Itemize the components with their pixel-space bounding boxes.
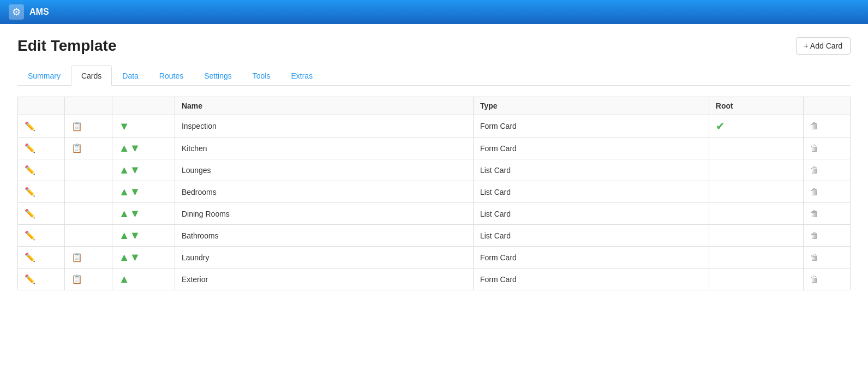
col-header-edit (18, 97, 65, 115)
root-check-icon: ✔ (716, 120, 725, 132)
delete-icon[interactable]: 🗑 (810, 121, 819, 130)
move-down-icon[interactable]: ▼ (130, 207, 141, 220)
edit-icon[interactable]: ✏️ (25, 274, 35, 284)
row-name: Dining Rooms (175, 203, 473, 225)
move-down-icon[interactable]: ▼ (130, 251, 141, 264)
col-header-move (112, 97, 175, 115)
delete-icon[interactable]: 🗑 (810, 274, 819, 284)
move-up-icon[interactable]: ▲ (119, 142, 130, 154)
move-down-icon[interactable]: ▼ (130, 186, 141, 198)
delete-icon[interactable]: 🗑 (810, 187, 819, 196)
row-root (709, 138, 803, 159)
copy-icon[interactable]: 📋 (71, 274, 82, 284)
row-root (709, 159, 803, 181)
move-up-icon[interactable]: ▲ (119, 229, 130, 242)
row-type: List Card (473, 159, 709, 181)
edit-icon[interactable]: ✏️ (25, 165, 35, 175)
table-row: ✏️▲▼LoungesList Card🗑 (18, 159, 851, 181)
table-row: ✏️📋▲▼KitchenForm Card🗑 (18, 138, 851, 159)
row-root: ✔ (709, 115, 803, 138)
table-row: ✏️▲▼BedroomsList Card🗑 (18, 181, 851, 203)
edit-icon[interactable]: ✏️ (25, 209, 35, 218)
table-row: ✏️▲▼BathroomsList Card🗑 (18, 225, 851, 247)
table-row: ✏️▲▼Dining RoomsList Card🗑 (18, 203, 851, 225)
move-down-icon[interactable]: ▼ (130, 229, 141, 242)
row-root (709, 181, 803, 203)
tab-settings[interactable]: Settings (194, 65, 242, 86)
row-name: Lounges (175, 159, 473, 181)
delete-icon[interactable]: 🗑 (810, 209, 819, 218)
row-root (709, 225, 803, 247)
main-content: Edit Template + Add Card Summary Cards D… (0, 24, 868, 376)
row-name: Inspection (175, 115, 473, 138)
delete-icon[interactable]: 🗑 (810, 253, 819, 262)
row-name: Laundry (175, 247, 473, 268)
copy-icon[interactable]: 📋 (71, 253, 82, 262)
table-row: ✏️📋▲▼LaundryForm Card🗑 (18, 247, 851, 268)
delete-icon[interactable]: 🗑 (810, 231, 819, 240)
page-title: Edit Template (17, 37, 117, 55)
move-down-icon[interactable]: ▼ (130, 164, 141, 176)
col-header-root: Root (709, 97, 803, 115)
row-type: List Card (473, 203, 709, 225)
tab-extras[interactable]: Extras (280, 65, 323, 86)
move-up-icon[interactable]: ▲ (119, 164, 130, 176)
move-up-icon[interactable]: ▲ (119, 186, 130, 198)
move-down-icon[interactable]: ▼ (130, 142, 141, 154)
edit-icon[interactable]: ✏️ (25, 122, 35, 131)
move-up-icon[interactable]: ▲ (119, 273, 130, 285)
col-header-type: Type (473, 97, 709, 115)
gear-icon: ⚙ (9, 4, 24, 20)
row-root (709, 203, 803, 225)
row-type: Form Card (473, 268, 709, 290)
row-name: Kitchen (175, 138, 473, 159)
col-header-name: Name (175, 97, 473, 115)
row-type: Form Card (473, 138, 709, 159)
tab-routes[interactable]: Routes (149, 65, 194, 86)
edit-icon[interactable]: ✏️ (25, 231, 35, 240)
tabs-container: Summary Cards Data Routes Settings Tools… (17, 65, 851, 86)
tab-summary[interactable]: Summary (17, 65, 71, 86)
add-card-button[interactable]: + Add Card (796, 37, 851, 55)
move-up-icon[interactable]: ▲ (119, 251, 130, 264)
delete-icon[interactable]: 🗑 (810, 144, 819, 153)
copy-icon[interactable]: 📋 (71, 122, 82, 131)
move-down-icon[interactable]: ▼ (119, 120, 130, 133)
row-root (709, 268, 803, 290)
row-name: Bedrooms (175, 181, 473, 203)
move-up-icon[interactable]: ▲ (119, 207, 130, 220)
tab-data[interactable]: Data (112, 65, 149, 86)
edit-icon[interactable]: ✏️ (25, 144, 35, 153)
table-row: ✏️📋▲ExteriorForm Card🗑 (18, 268, 851, 290)
row-type: Form Card (473, 247, 709, 268)
row-type: List Card (473, 181, 709, 203)
row-root (709, 247, 803, 268)
app-title: AMS (29, 7, 49, 17)
cards-table: Name Type Root ✏️📋▼InspectionForm Card✔🗑… (17, 97, 851, 290)
tab-cards[interactable]: Cards (71, 65, 112, 86)
top-nav: ⚙ AMS (0, 0, 868, 24)
col-header-copy (65, 97, 112, 115)
tab-tools[interactable]: Tools (242, 65, 281, 86)
row-type: Form Card (473, 115, 709, 138)
row-type: List Card (473, 225, 709, 247)
delete-icon[interactable]: 🗑 (810, 165, 819, 175)
row-name: Bathrooms (175, 225, 473, 247)
edit-icon[interactable]: ✏️ (25, 253, 35, 262)
header-row: Edit Template + Add Card (17, 37, 851, 55)
table-row: ✏️📋▼InspectionForm Card✔🗑 (18, 115, 851, 138)
copy-icon[interactable]: 📋 (71, 144, 82, 153)
col-header-delete (803, 97, 850, 115)
edit-icon[interactable]: ✏️ (25, 187, 35, 196)
row-name: Exterior (175, 268, 473, 290)
